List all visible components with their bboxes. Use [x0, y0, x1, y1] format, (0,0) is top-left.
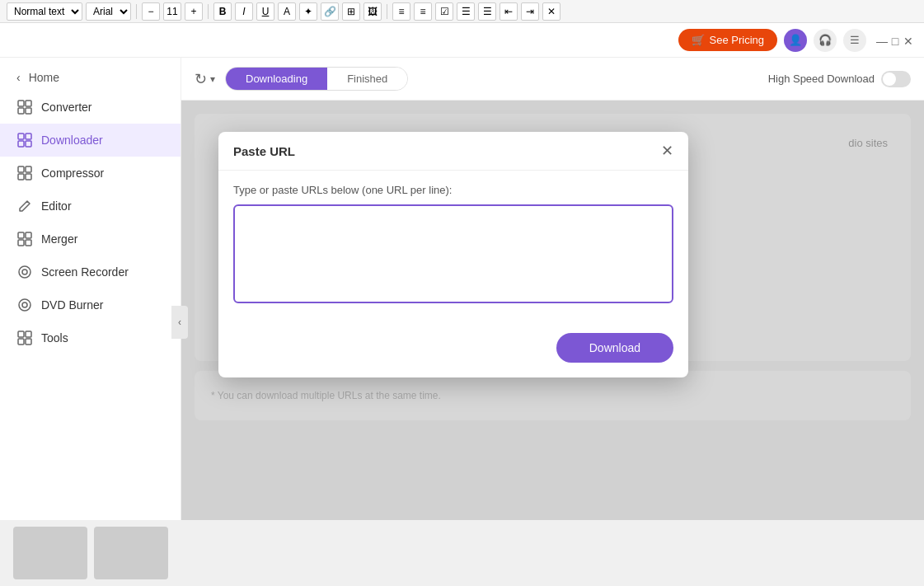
svg-rect-1 — [26, 101, 31, 106]
user-account-button[interactable]: 👤 — [784, 29, 807, 52]
font-color-btn[interactable]: A — [278, 2, 296, 21]
high-speed-toggle[interactable] — [881, 71, 911, 87]
bold-btn[interactable]: B — [213, 2, 232, 21]
text-style-select[interactable]: Normal text — [7, 2, 82, 21]
sidebar-item-downloader[interactable]: Downloader — [0, 124, 181, 157]
sidebar-item-converter[interactable]: Converter — [0, 91, 181, 124]
svg-rect-22 — [18, 339, 24, 345]
tab-downloading[interactable]: Downloading — [226, 68, 327, 90]
paste-url-dialog: Paste URL ✕ Type or paste URLs below (on… — [218, 132, 688, 377]
number-list-btn[interactable]: ☰ — [478, 2, 496, 21]
menu-button[interactable]: ☰ — [843, 29, 866, 52]
svg-rect-21 — [26, 331, 31, 337]
svg-rect-23 — [26, 339, 31, 345]
close-toolbar-btn[interactable]: ✕ — [542, 2, 560, 21]
merger-label: Merger — [41, 232, 77, 246]
sidebar-home-label: Home — [29, 71, 59, 84]
app-window: 🛒 See Pricing 👤 🎧 ☰ — □ ✕ ‹ Home — [0, 23, 924, 586]
title-bar: 🛒 See Pricing 👤 🎧 ☰ — □ ✕ — [0, 23, 924, 58]
svg-rect-10 — [18, 174, 24, 180]
url-input[interactable] — [233, 204, 673, 303]
svg-rect-5 — [26, 134, 31, 139]
toolbar-fontsize-btn[interactable]: 11 — [163, 2, 181, 21]
high-speed-download-label: High Speed Download — [768, 71, 911, 87]
svg-rect-4 — [18, 134, 24, 139]
sidebar-item-dvd-burner[interactable]: DVD Burner — [0, 288, 181, 321]
content-body: dio sites * You can download multiple UR… — [181, 101, 924, 540]
svg-point-16 — [19, 266, 30, 278]
underline-btn[interactable]: U — [256, 2, 274, 21]
image-btn[interactable]: 🖼 — [364, 2, 382, 21]
svg-rect-12 — [18, 232, 24, 238]
svg-rect-11 — [26, 174, 31, 180]
compressor-icon — [16, 165, 33, 181]
sidebar: ‹ Home Converter — [0, 58, 181, 586]
toolbar-divider-2 — [208, 4, 209, 19]
user-icon: 👤 — [789, 34, 802, 46]
headphone-icon: 🎧 — [818, 34, 832, 46]
menu-icon: ☰ — [850, 34, 860, 46]
refresh-button[interactable]: ↻ ▾ — [195, 70, 215, 88]
headphone-button[interactable]: 🎧 — [814, 29, 837, 52]
refresh-icon: ↻ — [195, 70, 207, 88]
thumbnail-1 — [13, 527, 87, 579]
editor-label: Editor — [41, 199, 72, 213]
see-pricing-button[interactable]: 🛒 See Pricing — [678, 29, 777, 51]
svg-rect-14 — [18, 240, 24, 246]
indent-btn[interactable]: ⇥ — [521, 2, 539, 21]
sidebar-item-home[interactable]: ‹ Home — [0, 64, 181, 91]
downloader-label: Downloader — [41, 134, 103, 147]
dvd-burner-label: DVD Burner — [41, 298, 103, 312]
align-btn[interactable]: ≡ — [392, 2, 410, 21]
dialog-close-button[interactable]: ✕ — [661, 143, 673, 158]
svg-rect-7 — [26, 141, 31, 147]
sidebar-item-editor[interactable]: Editor — [0, 190, 181, 223]
dialog-footer: Download — [218, 323, 688, 377]
toolbar-plus-btn[interactable]: + — [185, 2, 203, 21]
svg-rect-2 — [18, 108, 24, 114]
svg-rect-8 — [18, 166, 24, 172]
svg-rect-3 — [26, 108, 31, 114]
list-indent-btn[interactable]: ≡ — [414, 2, 432, 21]
dialog-download-button[interactable]: Download — [556, 333, 673, 363]
sidebar-collapse-button[interactable]: ‹ — [171, 306, 188, 339]
insert-btn[interactable]: ⊞ — [342, 2, 360, 21]
editor-icon — [16, 198, 33, 214]
checklist-btn[interactable]: ☑ — [435, 2, 453, 21]
home-chevron-icon: ‹ — [16, 71, 21, 84]
dialog-body: Type or paste URLs below (one URL per li… — [218, 171, 688, 323]
italic-btn[interactable]: I — [235, 2, 253, 21]
svg-point-19 — [22, 302, 27, 307]
compressor-label: Compressor — [41, 166, 104, 180]
main-layout: ‹ Home Converter — [0, 58, 924, 586]
link-btn[interactable]: 🔗 — [321, 2, 339, 21]
toolbar-minus-btn[interactable]: − — [142, 2, 160, 21]
maximize-button[interactable]: □ — [889, 35, 901, 46]
toolbar-divider-1 — [136, 4, 137, 19]
close-button[interactable]: ✕ — [903, 35, 914, 46]
font-select[interactable]: Arial — [86, 2, 131, 21]
dvd-burner-icon — [16, 297, 33, 313]
downloader-icon — [16, 132, 33, 148]
sidebar-item-merger[interactable]: Merger — [0, 223, 181, 255]
svg-rect-13 — [26, 232, 31, 238]
minimize-button[interactable]: — — [876, 35, 888, 46]
dialog-title: Paste URL — [233, 144, 295, 158]
bullet-list-btn[interactable]: ☰ — [457, 2, 475, 21]
svg-rect-0 — [18, 101, 24, 106]
window-controls: — □ ✕ — [876, 35, 914, 46]
screen-recorder-label: Screen Recorder — [41, 265, 129, 279]
highlight-btn[interactable]: ✦ — [299, 2, 317, 21]
tab-group: Downloading Finished — [225, 67, 408, 91]
dialog-instructions: Type or paste URLs below (one URL per li… — [233, 184, 673, 196]
svg-point-18 — [19, 299, 30, 311]
sidebar-item-tools[interactable]: Tools — [0, 321, 181, 354]
sidebar-item-compressor[interactable]: Compressor — [0, 157, 181, 190]
converter-label: Converter — [41, 101, 91, 114]
outdent-btn[interactable]: ⇤ — [500, 2, 518, 21]
tools-icon — [16, 330, 33, 346]
svg-rect-9 — [26, 166, 31, 172]
cart-icon: 🛒 — [692, 34, 705, 46]
tab-finished[interactable]: Finished — [327, 68, 407, 90]
sidebar-item-screen-recorder[interactable]: Screen Recorder — [0, 255, 181, 288]
